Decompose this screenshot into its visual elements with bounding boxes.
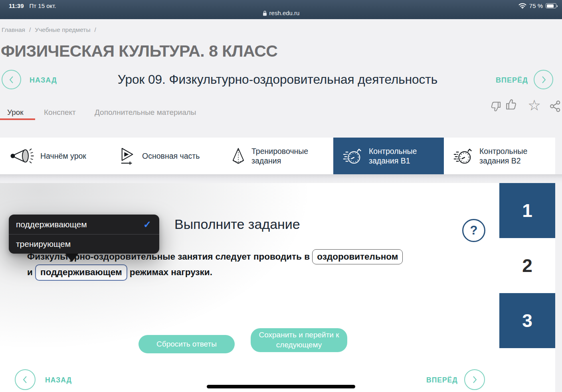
section-tab-control-tasks-b1[interactable]: Контрольные задания В1 — [333, 138, 444, 174]
question-pager: 1 2 3 — [499, 183, 555, 348]
battery-icon — [546, 3, 556, 8]
lesson-forward-label[interactable]: ВПЕРЁД — [496, 76, 528, 85]
question-mark-icon: ? — [470, 223, 478, 238]
dropdown-pointer — [65, 253, 79, 262]
section-tab-label: Контрольные задания В2 — [479, 146, 539, 166]
url-domain: resh.edu.ru — [269, 10, 300, 16]
answer-select-2[interactable]: поддерживающем — [35, 264, 127, 280]
bottom-forward-label[interactable]: ВПЕРЁД — [426, 376, 458, 384]
stopwatch-icon — [342, 146, 362, 166]
section-tab-label: Контрольные задания В1 — [369, 146, 429, 166]
task-conjunction: и — [27, 267, 33, 277]
lesson-section-tabs: Начнём урок Основная часть Тренировочн — [0, 138, 555, 174]
tab-lesson[interactable]: Урок — [7, 108, 24, 117]
check-icon: ✓ — [143, 219, 151, 230]
section-tab-label: Начнём урок — [40, 151, 86, 161]
app-root: 11:39 Пт 15 окт. 75 % resh.edu. — [0, 0, 562, 392]
dropdown-option-label: тренирующем — [16, 239, 71, 249]
answer-select-1[interactable]: оздоровительном — [312, 249, 403, 264]
breadcrumb-subjects[interactable]: Учебные предметы — [35, 26, 90, 33]
dropdown-option-training[interactable]: тренирующем — [9, 234, 159, 254]
wifi-icon — [518, 3, 526, 9]
thumbs-down-icon[interactable] — [489, 100, 502, 112]
answer-dropdown-menu: поддерживающем ✓ тренирующем — [9, 215, 159, 254]
ios-home-indicator[interactable] — [207, 385, 355, 388]
question-number-1[interactable]: 1 — [499, 183, 555, 238]
lesson-title: Урок 09. Физкультурно-оздоровительная де… — [0, 72, 555, 87]
reset-answers-button[interactable]: Сбросить ответы — [139, 335, 235, 353]
status-right: 75 % — [518, 2, 556, 9]
section-tab-label: Основная часть — [142, 151, 200, 161]
chevron-right-icon — [470, 374, 479, 385]
breadcrumb: Главная / Учебные предметы / — [2, 26, 96, 33]
url-bar[interactable]: resh.edu.ru — [0, 10, 562, 16]
thumbs-up-icon[interactable] — [505, 98, 518, 111]
section-tab-main-part[interactable]: Основная часть — [112, 138, 224, 174]
bottom-next-button[interactable] — [464, 369, 485, 390]
task-sentence-end: режимах нагрузки. — [130, 267, 212, 277]
section-tab-control-tasks-b2[interactable]: Контрольные задания В2 — [444, 138, 555, 174]
play-icon — [120, 147, 135, 165]
bottom-back-label[interactable]: НАЗАД — [45, 376, 72, 384]
lock-icon — [263, 10, 267, 16]
chevron-left-icon — [21, 374, 30, 385]
dropdown-option-label: поддерживающем — [16, 220, 87, 229]
section-tabs-shadow — [0, 174, 562, 183]
breadcrumb-home[interactable]: Главная — [2, 26, 25, 33]
dropdown-option-supporting[interactable]: поддерживающем ✓ — [9, 215, 159, 234]
star-icon[interactable]: ☆ — [528, 98, 541, 113]
task-sentence: Физкультурно-оздоровительные занятия сле… — [27, 249, 404, 281]
question-number-3[interactable]: 3 — [499, 293, 555, 348]
tab-additional-materials[interactable]: Дополнительные материалы — [95, 108, 196, 117]
ios-top-bar: 11:39 Пт 15 окт. 75 % resh.edu. — [0, 0, 562, 19]
save-and-next-button[interactable]: Сохранить и перейти к следующему — [251, 328, 347, 352]
rating-toolbar: ☆ — [489, 100, 562, 113]
cone-icon — [232, 147, 245, 165]
section-tab-label: Тренировочные задания — [251, 146, 311, 166]
battery-percent: 75 % — [529, 2, 543, 9]
lesson-next-button[interactable] — [534, 70, 553, 89]
active-tab-underline — [0, 118, 35, 120]
breadcrumb-separator: / — [95, 26, 96, 33]
help-button[interactable]: ? — [462, 219, 485, 242]
page-title: ФИЗИЧЕСКАЯ КУЛЬТУРА. 8 КЛАСС — [1, 42, 277, 61]
task-content-area: 1 2 3 Выполните задание ? Физкультурно-о… — [0, 183, 555, 392]
stopwatch-icon — [453, 146, 473, 166]
question-number-2[interactable]: 2 — [499, 238, 555, 293]
tab-notes[interactable]: Конспект — [44, 108, 76, 117]
bottom-prev-button[interactable] — [15, 369, 36, 390]
status-left: 11:39 Пт 15 окт. — [9, 2, 56, 9]
section-tab-start[interactable]: Начнём урок — [0, 138, 112, 174]
share-icon[interactable] — [549, 100, 562, 113]
status-date: Пт 15 окт. — [30, 2, 56, 9]
megaphone-icon — [10, 146, 36, 166]
section-tab-training-tasks[interactable]: Тренировочные задания — [224, 138, 333, 174]
breadcrumb-separator: / — [29, 26, 31, 33]
task-heading: Выполните задание — [174, 217, 300, 232]
status-time: 11:39 — [9, 2, 24, 9]
chevron-right-icon — [539, 75, 548, 85]
